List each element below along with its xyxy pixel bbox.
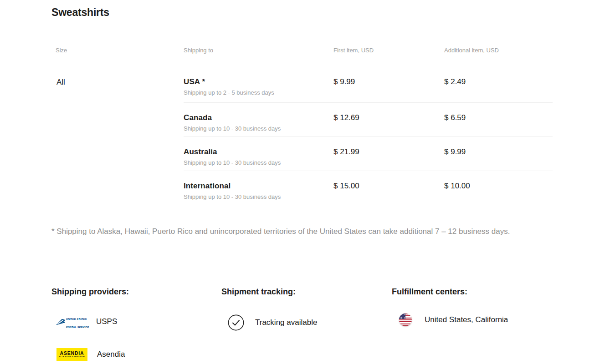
destination-cell: USA * Shipping up to 2 - 5 business days bbox=[184, 77, 333, 97]
first-item-price: $ 21.99 bbox=[333, 147, 444, 167]
destination-cell: Canada Shipping up to 10 - 30 business d… bbox=[184, 113, 333, 133]
shipment-tracking-section: Shipment tracking: Tracking available bbox=[221, 287, 372, 331]
additional-item-price: $ 10.00 bbox=[444, 181, 579, 201]
page-title: Sweatshirts bbox=[51, 6, 109, 19]
destination-note: Shipping up to 10 - 30 business days bbox=[184, 125, 333, 133]
tracking-status-row: Tracking available bbox=[221, 314, 372, 331]
provider-asendia: ASENDIA BY LA POSTE & SWISS POST Asendia bbox=[51, 348, 202, 361]
destination-cell: International Shipping up to 10 - 30 bus… bbox=[184, 181, 333, 201]
fulfillment-centers-heading: Fulfillment centers: bbox=[392, 287, 547, 297]
first-item-price: $ 15.00 bbox=[333, 181, 444, 201]
asendia-logo-line1: ASENDIA bbox=[60, 351, 84, 356]
column-header-shipping-to: Shipping to bbox=[184, 41, 333, 63]
fulfillment-location-row: United States, California bbox=[392, 313, 547, 326]
provider-usps: UNITED STATES POSTAL SERVICE USPS bbox=[51, 315, 202, 328]
table-row-canada: Canada Shipping up to 10 - 30 business d… bbox=[26, 103, 579, 137]
additional-item-price: $ 9.99 bbox=[444, 147, 579, 167]
destination-name: USA * bbox=[184, 77, 333, 87]
table-row-usa: All USA * Shipping up to 2 - 5 business … bbox=[26, 63, 579, 103]
destination-name: Canada bbox=[184, 113, 333, 123]
destination-name: Australia bbox=[184, 147, 333, 157]
provider-asendia-label: Asendia bbox=[97, 350, 125, 359]
destination-note: Shipping up to 2 - 5 business days bbox=[184, 89, 333, 97]
size-value: All bbox=[26, 77, 184, 97]
check-circle-icon bbox=[228, 314, 244, 331]
us-flag-icon bbox=[399, 313, 412, 326]
fulfillment-centers-section: Fulfillment centers: United States, Cali… bbox=[392, 287, 547, 326]
shipment-tracking-heading: Shipment tracking: bbox=[221, 287, 372, 297]
destination-name: International bbox=[184, 181, 333, 191]
usps-eagle-icon bbox=[56, 318, 65, 325]
shipping-info-page: Sweatshirts Size Shipping to First item,… bbox=[0, 0, 615, 364]
additional-item-price: $ 2.49 bbox=[444, 77, 579, 97]
asendia-logo-line2: BY LA POSTE & SWISS POST bbox=[59, 356, 85, 358]
usps-logo-line1: UNITED STATES bbox=[66, 318, 87, 321]
asendia-logo-icon: ASENDIA BY LA POSTE & SWISS POST bbox=[56, 348, 87, 361]
tracking-status-label: Tracking available bbox=[255, 318, 317, 327]
table-row-australia: Australia Shipping up to 10 - 30 busines… bbox=[26, 137, 579, 171]
additional-item-price: $ 6.59 bbox=[444, 113, 579, 133]
usps-logo-line2: POSTAL SERVICE bbox=[66, 326, 89, 329]
column-header-first-item: First item, USD bbox=[333, 41, 444, 63]
table-row-international: International Shipping up to 10 - 30 bus… bbox=[26, 171, 579, 210]
column-header-size: Size bbox=[26, 41, 184, 63]
destination-cell: Australia Shipping up to 10 - 30 busines… bbox=[184, 147, 333, 167]
shipping-rates-table: Size Shipping to First item, USD Additio… bbox=[26, 41, 579, 210]
fulfillment-location-label: United States, California bbox=[425, 315, 508, 324]
provider-usps-label: USPS bbox=[96, 317, 117, 326]
shipping-providers-section: Shipping providers: UNITED STATES POSTAL… bbox=[51, 287, 202, 361]
first-item-price: $ 9.99 bbox=[333, 77, 444, 97]
table-body: All USA * Shipping up to 2 - 5 business … bbox=[26, 63, 579, 210]
destination-note: Shipping up to 10 - 30 business days bbox=[184, 159, 333, 167]
table-header-row: Size Shipping to First item, USD Additio… bbox=[26, 41, 579, 63]
first-item-price: $ 12.69 bbox=[333, 113, 444, 133]
shipping-providers-heading: Shipping providers: bbox=[51, 287, 202, 297]
shipping-footnote: * Shipping to Alaska, Hawaii, Puerto Ric… bbox=[51, 227, 571, 237]
column-header-additional-item: Additional item, USD bbox=[444, 41, 579, 63]
usps-logo-icon: UNITED STATES POSTAL SERVICE bbox=[56, 318, 87, 326]
destination-note: Shipping up to 10 - 30 business days bbox=[184, 193, 333, 201]
